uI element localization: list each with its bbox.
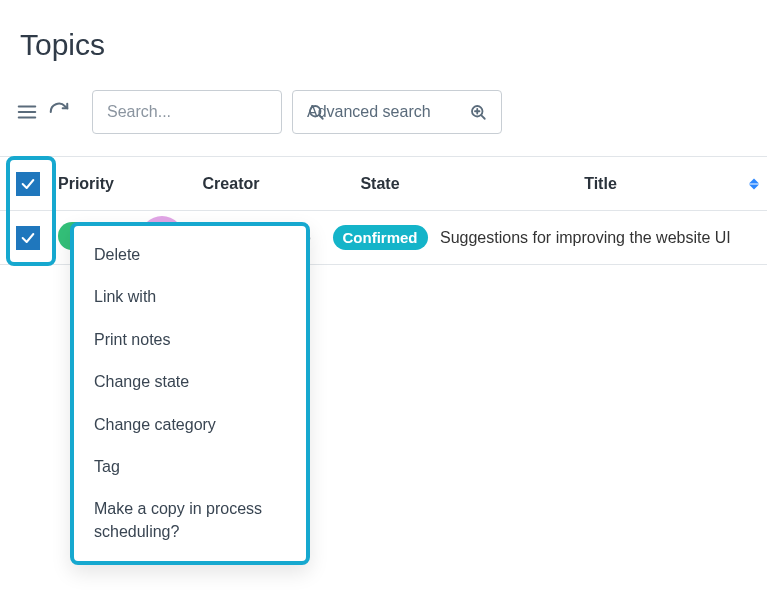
refresh-icon[interactable] — [48, 101, 70, 123]
ctx-delete[interactable]: Delete — [74, 234, 306, 276]
state-badge: Confirmed — [333, 225, 428, 250]
col-creator[interactable]: Creator — [136, 157, 326, 211]
col-priority[interactable]: Priority — [56, 157, 136, 211]
ctx-change-category[interactable]: Change category — [74, 404, 306, 446]
search-input[interactable] — [107, 103, 307, 121]
row-checkbox[interactable] — [16, 226, 40, 250]
svg-line-6 — [481, 115, 484, 118]
ctx-make-copy[interactable]: Make a copy in process scheduling? — [74, 488, 306, 553]
col-state[interactable]: State — [326, 157, 434, 211]
topic-title: Suggestions for improving the website UI — [434, 229, 767, 247]
advanced-search-label: Advanced search — [307, 103, 469, 121]
page-title: Topics — [0, 0, 767, 62]
col-title[interactable]: Title — [434, 157, 767, 211]
col-title-label: Title — [584, 175, 617, 192]
menu-icon[interactable] — [16, 101, 38, 123]
context-menu: Delete Link with Print notes Change stat… — [70, 222, 310, 565]
ctx-link-with[interactable]: Link with — [74, 276, 306, 318]
sort-indicator-icon — [749, 178, 761, 189]
advanced-search-icon — [469, 103, 487, 121]
toolbar: Advanced search — [0, 62, 767, 150]
select-all-checkbox[interactable] — [16, 172, 40, 196]
table-header-row: Priority Creator State Title — [0, 157, 767, 211]
search-input-wrap[interactable] — [92, 90, 282, 134]
ctx-tag[interactable]: Tag — [74, 446, 306, 488]
ctx-print-notes[interactable]: Print notes — [74, 319, 306, 361]
advanced-search-button[interactable]: Advanced search — [292, 90, 502, 134]
ctx-change-state[interactable]: Change state — [74, 361, 306, 403]
